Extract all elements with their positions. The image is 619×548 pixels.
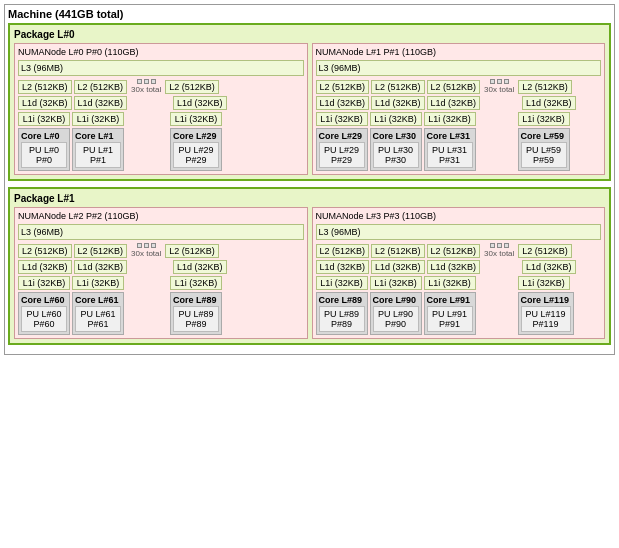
l1i-cell: L1i (32KB) (72, 276, 124, 290)
dots-label: 30x total (484, 249, 514, 258)
dots-label: 30x total (131, 85, 161, 94)
core-box-right: Core L#89 PU L#89 P#89 (170, 292, 222, 335)
pu-box: PU L#89 P#89 (319, 306, 365, 332)
dot (490, 243, 495, 248)
l2-cell-right: L2 (512KB) (518, 244, 572, 258)
dot (490, 79, 495, 84)
core-box: Core L#1 PU L#1 P#1 (72, 128, 124, 171)
core-box-right: Core L#119 PU L#119 P#119 (518, 292, 574, 335)
core-label: Core L#119 (521, 295, 571, 305)
core-label: Core L#60 (21, 295, 67, 305)
numa-1-0: NUMANode L#2 P#2 (110GB) L3 (96MB) L2 (5… (14, 207, 308, 339)
core-row-1-0: Core L#60 PU L#60 P#60 Core L#61 PU L#61… (18, 292, 304, 335)
l2-cell: L2 (512KB) (18, 80, 72, 94)
l3-0-1: L3 (96MB) (316, 60, 602, 76)
core-label: Core L#59 (521, 131, 567, 141)
package-1-label: Package L#1 (14, 193, 605, 204)
l1d-cell: L1d (32KB) (18, 260, 72, 274)
core-row-0-0: Core L#0 PU L#0 P#0 Core L#1 PU L#1 P#1 … (18, 128, 304, 171)
core-box: Core L#29 PU L#29 P#29 (316, 128, 368, 171)
l1d-cell-right: L1d (32KB) (173, 260, 227, 274)
dot (151, 79, 156, 84)
core-label: Core L#30 (373, 131, 419, 141)
numa-1-1-label: NUMANode L#3 P#3 (110GB) (316, 211, 602, 221)
l1d-row-0-1: L1d (32KB) L1d (32KB) L1d (32KB) L1d (32… (316, 96, 602, 110)
core-label: Core L#29 (173, 131, 219, 141)
l1d-row-1-0: L1d (32KB) L1d (32KB) L1d (32KB) (18, 260, 304, 274)
core-box: Core L#91 PU L#91 P#91 (424, 292, 476, 335)
l1i-cell: L1i (32KB) (18, 112, 70, 126)
pu-box: PU L#30 P#30 (373, 142, 419, 168)
l1i-row-1-0: L1i (32KB) L1i (32KB) L1i (32KB) (18, 276, 304, 290)
core-label: Core L#91 (427, 295, 473, 305)
l2-cell-right: L2 (512KB) (518, 80, 572, 94)
numa-0-0-label: NUMANode L#0 P#0 (110GB) (18, 47, 304, 57)
l1d-cell: L1d (32KB) (371, 96, 425, 110)
l1d-cell-right: L1d (32KB) (522, 260, 576, 274)
pu-box: PU L#0 P#0 (21, 142, 67, 168)
pu-box: PU L#31 P#31 (427, 142, 473, 168)
l2-cell: L2 (512KB) (427, 80, 481, 94)
dot (151, 243, 156, 248)
numa-row-1: NUMANode L#2 P#2 (110GB) L3 (96MB) L2 (5… (14, 207, 605, 339)
package-0-label: Package L#0 (14, 29, 605, 40)
core-box: Core L#89 PU L#89 P#89 (316, 292, 368, 335)
dots (490, 79, 509, 84)
numa-0-1-label: NUMANode L#1 P#1 (110GB) (316, 47, 602, 57)
core-box: Core L#30 PU L#30 P#30 (370, 128, 422, 171)
l1d-cell: L1d (32KB) (74, 96, 128, 110)
dots-box: 30x total (482, 243, 516, 258)
l3-0-0: L3 (96MB) (18, 60, 304, 76)
core-label: Core L#1 (75, 131, 121, 141)
numa-1-1: NUMANode L#3 P#3 (110GB) L3 (96MB) L2 (5… (312, 207, 606, 339)
core-label: Core L#29 (319, 131, 365, 141)
numa-1-0-label: NUMANode L#2 P#2 (110GB) (18, 211, 304, 221)
dot (137, 243, 142, 248)
l1d-cell-right: L1d (32KB) (173, 96, 227, 110)
dots-box: 30x total (482, 79, 516, 94)
dots-label: 30x total (484, 85, 514, 94)
pu-box: PU L#1 P#1 (75, 142, 121, 168)
core-box: Core L#31 PU L#31 P#31 (424, 128, 476, 171)
l1d-row-1-1: L1d (32KB) L1d (32KB) L1d (32KB) L1d (32… (316, 260, 602, 274)
machine-label: Machine (441GB total) (8, 8, 611, 20)
dot (144, 243, 149, 248)
l1d-cell: L1d (32KB) (427, 260, 481, 274)
pu-box: PU L#89 P#89 (173, 306, 219, 332)
l1i-cell-right: L1i (32KB) (170, 112, 222, 126)
core-box-right: Core L#29 PU L#29 P#29 (170, 128, 222, 171)
core-label: Core L#89 (173, 295, 219, 305)
l2-cell: L2 (512KB) (74, 244, 128, 258)
core-box: Core L#60 PU L#60 P#60 (18, 292, 70, 335)
l1i-cell-right: L1i (32KB) (518, 276, 570, 290)
machine-box: Machine (441GB total) Package L#0 NUMANo… (4, 4, 615, 355)
pu-box: PU L#119 P#119 (521, 306, 571, 332)
l1d-cell: L1d (32KB) (371, 260, 425, 274)
l2-cell-right: L2 (512KB) (165, 244, 219, 258)
l1i-cell: L1i (32KB) (370, 112, 422, 126)
core-row-0-1: Core L#29 PU L#29 P#29 Core L#30 PU L#30… (316, 128, 602, 171)
l2-row-0-1: L2 (512KB) L2 (512KB) L2 (512KB) 30x tot… (316, 79, 602, 94)
l2-cell-right: L2 (512KB) (165, 80, 219, 94)
dots (137, 79, 156, 84)
pu-box: PU L#61 P#61 (75, 306, 121, 332)
l1d-cell: L1d (32KB) (316, 260, 370, 274)
l3-1-0: L3 (96MB) (18, 224, 304, 240)
core-label: Core L#61 (75, 295, 121, 305)
l2-cell: L2 (512KB) (316, 80, 370, 94)
pu-box: PU L#29 P#29 (173, 142, 219, 168)
core-box: Core L#90 PU L#90 P#90 (370, 292, 422, 335)
l1i-row-1-1: L1i (32KB) L1i (32KB) L1i (32KB) L1i (32… (316, 276, 602, 290)
dot (504, 79, 509, 84)
pu-box: PU L#90 P#90 (373, 306, 419, 332)
core-box: Core L#0 PU L#0 P#0 (18, 128, 70, 171)
l1i-cell: L1i (32KB) (316, 276, 368, 290)
l1i-cell: L1i (32KB) (424, 112, 476, 126)
pu-box: PU L#29 P#29 (319, 142, 365, 168)
l1i-cell: L1i (32KB) (18, 276, 70, 290)
l1i-row-0-1: L1i (32KB) L1i (32KB) L1i (32KB) L1i (32… (316, 112, 602, 126)
dots-label: 30x total (131, 249, 161, 258)
numa-row-0: NUMANode L#0 P#0 (110GB) L3 (96MB) L2 (5… (14, 43, 605, 175)
dots-box: 30x total (129, 79, 163, 94)
l1i-cell: L1i (32KB) (370, 276, 422, 290)
